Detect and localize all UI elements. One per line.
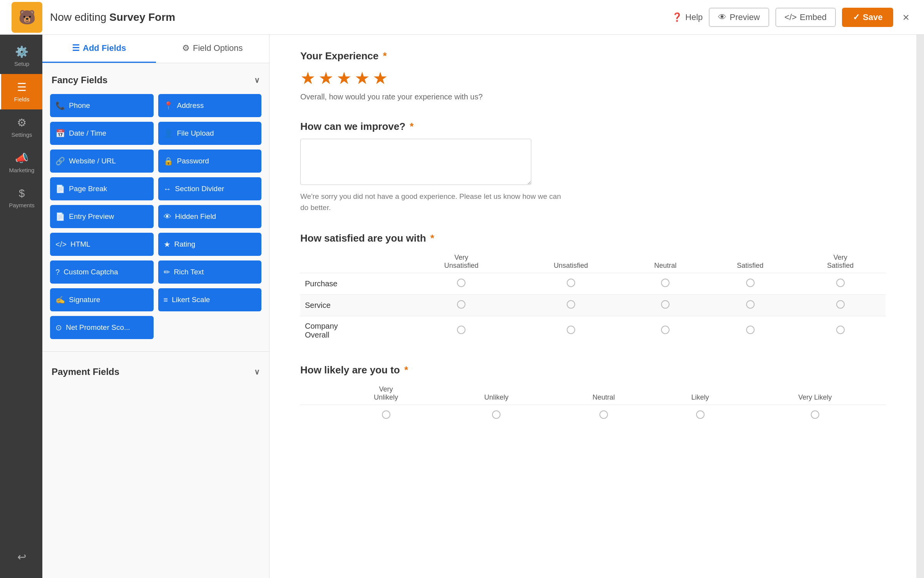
your-experience-section: Your Experience * ★ ★ ★ ★ ★ Overall, how… (300, 50, 886, 101)
field-section-divider[interactable]: ↔ Section Divider (158, 177, 262, 200)
likely-col-empty (300, 382, 331, 405)
field-phone[interactable]: 📞 Phone (50, 94, 154, 117)
radio-circle[interactable] (457, 326, 465, 334)
section-divider-icon: ↔ (164, 185, 171, 193)
field-rich-text[interactable]: ✏ Rich Text (158, 260, 262, 284)
star-1[interactable]: ★ (300, 68, 315, 88)
field-file-upload[interactable]: 👤 File Upload (158, 122, 262, 145)
field-website[interactable]: 🔗 Website / URL (50, 150, 154, 173)
star-2[interactable]: ★ (318, 68, 333, 88)
tab-add-fields[interactable]: ☰ Add Fields (42, 35, 156, 63)
close-button[interactable]: × (899, 8, 912, 27)
help-button[interactable]: ❓ Help (672, 12, 703, 22)
likely-col-very-unlikely: VeryUnlikely (331, 382, 441, 405)
row-service-very-satisfied[interactable] (795, 295, 886, 316)
radio-circle[interactable] (696, 410, 705, 419)
field-datetime[interactable]: 📅 Date / Time (50, 122, 154, 145)
radio-circle[interactable] (492, 410, 500, 419)
field-html[interactable]: </> HTML (50, 233, 154, 256)
sidebar-nav: ⚙️ Setup ☰ Fields ⚙ Settings 📣 Marketing… (0, 35, 42, 578)
field-page-break[interactable]: 📄 Page Break (50, 177, 154, 200)
radio-circle[interactable] (567, 300, 575, 309)
field-likert[interactable]: ≡ Likert Scale (158, 288, 262, 311)
row-service-satisfied[interactable] (705, 295, 795, 316)
sidebar-item-settings[interactable]: ⚙ Settings (0, 109, 42, 145)
radio-circle[interactable] (382, 410, 390, 419)
radio-circle[interactable] (567, 279, 575, 287)
save-button[interactable]: ✓ Save (842, 8, 893, 27)
radio-circle[interactable] (836, 279, 845, 287)
row-purchase-very-satisfied[interactable] (795, 273, 886, 295)
app-logo: 🐻 (12, 2, 42, 33)
likert-icon: ≡ (164, 296, 168, 304)
file-upload-icon: 👤 (164, 129, 173, 138)
fancy-fields-section: Fancy Fields ∨ 📞 Phone 📍 Address 📅 Date … (42, 63, 269, 348)
likely-col-likely: Likely (656, 382, 745, 405)
row-company-very-unsatisfied[interactable] (407, 316, 516, 345)
field-address[interactable]: 📍 Address (158, 94, 262, 117)
radio-circle[interactable] (836, 300, 845, 309)
row-purchase-very-unsatisfied[interactable] (407, 273, 516, 295)
row-service-very-unsatisfied[interactable] (407, 295, 516, 316)
star-3[interactable]: ★ (336, 68, 352, 88)
star-4[interactable]: ★ (355, 68, 370, 88)
field-captcha[interactable]: ? Custom Captcha (50, 260, 154, 284)
star-rating[interactable]: ★ ★ ★ ★ ★ (300, 68, 886, 88)
sidebar-item-setup[interactable]: ⚙️ Setup (0, 39, 42, 74)
field-rating[interactable]: ★ Rating (158, 233, 262, 256)
radio-circle[interactable] (599, 410, 608, 419)
row-purchase-neutral[interactable] (626, 273, 705, 295)
row-purchase-satisfied[interactable] (705, 273, 795, 295)
sidebar-item-marketing[interactable]: 📣 Marketing (0, 145, 42, 180)
radio-circle[interactable] (661, 279, 670, 287)
radio-circle[interactable] (567, 326, 575, 334)
field-signature[interactable]: ✍ Signature (50, 288, 154, 311)
payment-fields-header[interactable]: Payment Fields ∨ (50, 361, 261, 383)
entry-preview-icon: 📄 (55, 212, 65, 221)
radio-circle[interactable] (746, 300, 755, 309)
rating-icon: ★ (164, 240, 171, 249)
payments-icon: $ (19, 187, 25, 200)
radio-circle[interactable] (746, 279, 755, 287)
row-company-satisfied[interactable] (705, 316, 795, 345)
row-service-unsatisfied[interactable] (516, 295, 626, 316)
radio-circle[interactable] (811, 410, 819, 419)
radio-circle[interactable] (836, 326, 845, 334)
tab-field-options[interactable]: ⚙ Field Options (156, 35, 270, 63)
payment-fields-section: Payment Fields ∨ (42, 355, 269, 389)
website-icon: 🔗 (55, 156, 65, 166)
row-company-unsatisfied[interactable] (516, 316, 626, 345)
fancy-fields-header[interactable]: Fancy Fields ∨ (50, 69, 261, 91)
setup-icon: ⚙️ (15, 45, 28, 58)
satisfied-section: How satisfied are you with * VeryUnsatis… (300, 232, 886, 345)
field-hidden[interactable]: 👁 Hidden Field (158, 205, 262, 228)
experience-hint: Overall, how would you rate your experie… (300, 92, 886, 101)
radio-circle[interactable] (457, 300, 465, 309)
radio-circle[interactable] (457, 279, 465, 287)
row-company-very-satisfied[interactable] (795, 316, 886, 345)
chevron-down-icon: ∨ (254, 76, 260, 85)
sidebar-item-fields[interactable]: ☰ Fields (0, 74, 42, 109)
top-bar-actions: ❓ Help 👁 Preview </> Embed ✓ Save × (672, 8, 912, 27)
sidebar-item-payments[interactable]: $ Payments (0, 180, 42, 215)
star-5[interactable]: ★ (373, 68, 388, 88)
sidebar-item-back[interactable]: ↩ (0, 544, 42, 570)
radio-circle[interactable] (661, 326, 670, 334)
improve-help-text: We're sorry you did not have a good expe… (300, 191, 570, 213)
field-net-promoter[interactable]: ⊙ Net Promoter Sco... (50, 316, 154, 339)
field-entry-preview[interactable]: 📄 Entry Preview (50, 205, 154, 228)
row-purchase-unsatisfied[interactable] (516, 273, 626, 295)
radio-circle[interactable] (746, 326, 755, 334)
row-company-neutral[interactable] (626, 316, 705, 345)
radio-circle[interactable] (661, 300, 670, 309)
page-break-icon: 📄 (55, 184, 65, 193)
row-service-neutral[interactable] (626, 295, 705, 316)
html-icon: </> (55, 240, 67, 249)
improve-textarea[interactable] (300, 139, 531, 185)
embed-button[interactable]: </> Embed (775, 8, 836, 27)
improve-label: How can we improve? * (300, 121, 886, 133)
field-password[interactable]: 🔒 Password (158, 150, 262, 173)
scale-col-very-unsatisfied: VeryUnsatisfied (407, 250, 516, 273)
main-layout: ⚙️ Setup ☰ Fields ⚙ Settings 📣 Marketing… (0, 35, 924, 578)
preview-button[interactable]: 👁 Preview (709, 8, 769, 27)
